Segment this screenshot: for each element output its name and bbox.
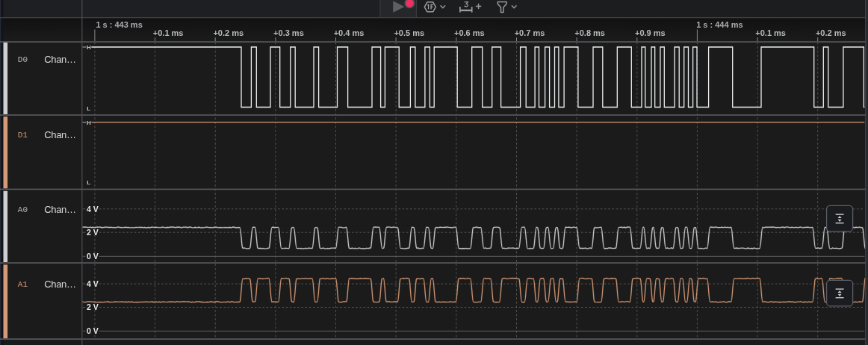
svg-text:Chan…: Chan… <box>44 204 75 215</box>
svg-text:0 V: 0 V <box>87 252 99 261</box>
svg-text:+0.4 ms: +0.4 ms <box>334 28 365 37</box>
svg-text:2 V: 2 V <box>87 228 99 237</box>
svg-text:Chan…: Chan… <box>44 279 75 290</box>
svg-text:+0.1 ms: +0.1 ms <box>153 28 184 37</box>
svg-text:D0: D0 <box>18 55 28 64</box>
svg-text:+0.9 ms: +0.9 ms <box>635 28 666 37</box>
svg-text:2 V: 2 V <box>87 302 99 311</box>
svg-text:A0: A0 <box>18 205 28 214</box>
svg-text:L: L <box>87 179 90 186</box>
svg-text:+0.7 ms: +0.7 ms <box>515 28 545 37</box>
svg-text:+0.8 ms: +0.8 ms <box>574 28 605 37</box>
svg-text:4 V: 4 V <box>87 205 99 214</box>
svg-text:+0.2 ms: +0.2 ms <box>816 28 846 37</box>
svg-text:1 s : 443 ms: 1 s : 443 ms <box>96 20 142 29</box>
svg-text:H: H <box>87 44 91 51</box>
svg-text:A1: A1 <box>18 280 28 289</box>
svg-text:0 V: 0 V <box>87 326 99 335</box>
svg-text:D1: D1 <box>18 131 28 140</box>
svg-text:+0.2 ms: +0.2 ms <box>213 28 244 37</box>
svg-text:+0.3 ms: +0.3 ms <box>273 28 304 37</box>
svg-text:+0.6 ms: +0.6 ms <box>454 28 485 37</box>
svg-text:Chan…: Chan… <box>44 129 75 140</box>
svg-text:+0.1 ms: +0.1 ms <box>755 28 786 37</box>
svg-text:L: L <box>87 105 90 112</box>
svg-text:Chan…: Chan… <box>44 54 75 65</box>
svg-text:4 V: 4 V <box>87 279 99 288</box>
svg-text:+0.5 ms: +0.5 ms <box>394 28 424 37</box>
svg-text:1 s : 444 ms: 1 s : 444 ms <box>696 20 743 29</box>
svg-text:H: H <box>87 119 91 126</box>
